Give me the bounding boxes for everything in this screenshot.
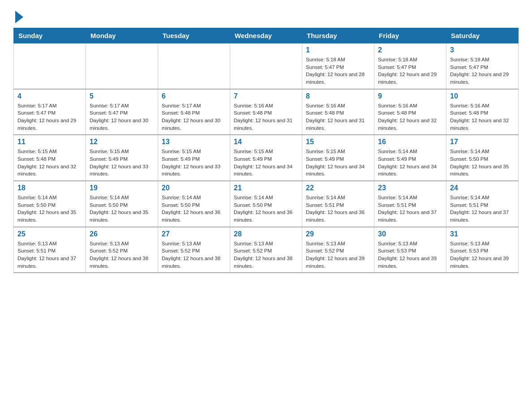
day-number: 25 <box>17 230 82 238</box>
calendar-cell: 3Sunrise: 5:18 AM Sunset: 5:47 PM Daylig… <box>446 43 519 89</box>
page-header <box>13 9 519 23</box>
day-number: 21 <box>234 184 298 192</box>
header-thursday: Thursday <box>302 28 374 43</box>
calendar-cell: 19Sunrise: 5:14 AM Sunset: 5:50 PM Dayli… <box>86 181 158 227</box>
day-number: 12 <box>90 138 154 146</box>
day-info: Sunrise: 5:16 AM Sunset: 5:48 PM Dayligh… <box>450 102 515 132</box>
day-info: Sunrise: 5:18 AM Sunset: 5:47 PM Dayligh… <box>306 56 370 86</box>
header-monday: Monday <box>86 28 158 43</box>
calendar-cell: 26Sunrise: 5:13 AM Sunset: 5:52 PM Dayli… <box>86 227 158 273</box>
calendar-cell: 9Sunrise: 5:16 AM Sunset: 5:48 PM Daylig… <box>374 89 446 135</box>
day-info: Sunrise: 5:14 AM Sunset: 5:50 PM Dayligh… <box>90 194 154 224</box>
calendar-cell: 18Sunrise: 5:14 AM Sunset: 5:50 PM Dayli… <box>14 181 86 227</box>
calendar-cell: 29Sunrise: 5:13 AM Sunset: 5:52 PM Dayli… <box>302 227 374 273</box>
day-info: Sunrise: 5:17 AM Sunset: 5:47 PM Dayligh… <box>90 102 154 132</box>
day-info: Sunrise: 5:13 AM Sunset: 5:51 PM Dayligh… <box>17 240 82 270</box>
calendar-cell: 31Sunrise: 5:13 AM Sunset: 5:53 PM Dayli… <box>446 227 519 273</box>
day-info: Sunrise: 5:14 AM Sunset: 5:51 PM Dayligh… <box>306 194 370 224</box>
calendar-cell: 15Sunrise: 5:15 AM Sunset: 5:49 PM Dayli… <box>302 135 374 181</box>
calendar-cell: 1Sunrise: 5:18 AM Sunset: 5:47 PM Daylig… <box>302 43 374 89</box>
calendar-cell: 20Sunrise: 5:14 AM Sunset: 5:50 PM Dayli… <box>158 181 230 227</box>
calendar-week-row: 11Sunrise: 5:15 AM Sunset: 5:48 PM Dayli… <box>14 135 519 181</box>
day-info: Sunrise: 5:14 AM Sunset: 5:51 PM Dayligh… <box>450 194 515 224</box>
day-number: 20 <box>162 184 226 192</box>
day-info: Sunrise: 5:15 AM Sunset: 5:49 PM Dayligh… <box>234 148 298 178</box>
day-info: Sunrise: 5:13 AM Sunset: 5:52 PM Dayligh… <box>306 240 370 270</box>
day-number: 3 <box>450 46 515 54</box>
day-number: 14 <box>234 138 298 146</box>
calendar-cell: 30Sunrise: 5:13 AM Sunset: 5:53 PM Dayli… <box>374 227 446 273</box>
day-number: 11 <box>17 138 82 146</box>
day-number: 4 <box>17 92 82 100</box>
calendar-cell: 8Sunrise: 5:16 AM Sunset: 5:48 PM Daylig… <box>302 89 374 135</box>
day-number: 27 <box>162 230 226 238</box>
day-info: Sunrise: 5:17 AM Sunset: 5:47 PM Dayligh… <box>17 102 82 132</box>
calendar-cell: 11Sunrise: 5:15 AM Sunset: 5:48 PM Dayli… <box>14 135 86 181</box>
day-info: Sunrise: 5:14 AM Sunset: 5:49 PM Dayligh… <box>378 148 442 178</box>
calendar-table: SundayMondayTuesdayWednesdayThursdayFrid… <box>13 28 519 273</box>
day-info: Sunrise: 5:13 AM Sunset: 5:52 PM Dayligh… <box>90 240 154 270</box>
calendar-week-row: 4Sunrise: 5:17 AM Sunset: 5:47 PM Daylig… <box>14 89 519 135</box>
day-info: Sunrise: 5:15 AM Sunset: 5:49 PM Dayligh… <box>90 148 154 178</box>
calendar-cell <box>158 43 230 89</box>
calendar-cell: 7Sunrise: 5:16 AM Sunset: 5:48 PM Daylig… <box>230 89 302 135</box>
day-number: 1 <box>306 46 370 54</box>
day-info: Sunrise: 5:15 AM Sunset: 5:49 PM Dayligh… <box>306 148 370 178</box>
day-number: 31 <box>450 230 515 238</box>
calendar-cell: 12Sunrise: 5:15 AM Sunset: 5:49 PM Dayli… <box>86 135 158 181</box>
header-wednesday: Wednesday <box>230 28 302 43</box>
calendar-cell <box>86 43 158 89</box>
calendar-week-row: 1Sunrise: 5:18 AM Sunset: 5:47 PM Daylig… <box>14 43 519 89</box>
day-number: 13 <box>162 138 226 146</box>
day-info: Sunrise: 5:13 AM Sunset: 5:53 PM Dayligh… <box>378 240 442 270</box>
day-number: 23 <box>378 184 442 192</box>
calendar-cell: 14Sunrise: 5:15 AM Sunset: 5:49 PM Dayli… <box>230 135 302 181</box>
day-info: Sunrise: 5:16 AM Sunset: 5:48 PM Dayligh… <box>306 102 370 132</box>
day-number: 29 <box>306 230 370 238</box>
calendar-header-row: SundayMondayTuesdayWednesdayThursdayFrid… <box>14 28 519 43</box>
calendar-cell <box>14 43 86 89</box>
day-number: 28 <box>234 230 298 238</box>
calendar-cell: 4Sunrise: 5:17 AM Sunset: 5:47 PM Daylig… <box>14 89 86 135</box>
day-info: Sunrise: 5:15 AM Sunset: 5:48 PM Dayligh… <box>17 148 82 178</box>
day-number: 19 <box>90 184 154 192</box>
calendar-cell: 17Sunrise: 5:14 AM Sunset: 5:50 PM Dayli… <box>446 135 519 181</box>
calendar-cell: 27Sunrise: 5:13 AM Sunset: 5:52 PM Dayli… <box>158 227 230 273</box>
day-info: Sunrise: 5:17 AM Sunset: 5:48 PM Dayligh… <box>162 102 226 132</box>
header-sunday: Sunday <box>14 28 86 43</box>
calendar-cell: 24Sunrise: 5:14 AM Sunset: 5:51 PM Dayli… <box>446 181 519 227</box>
day-number: 2 <box>378 46 442 54</box>
calendar-cell: 25Sunrise: 5:13 AM Sunset: 5:51 PM Dayli… <box>14 227 86 273</box>
day-info: Sunrise: 5:14 AM Sunset: 5:51 PM Dayligh… <box>378 194 442 224</box>
day-info: Sunrise: 5:16 AM Sunset: 5:48 PM Dayligh… <box>378 102 442 132</box>
calendar-cell: 22Sunrise: 5:14 AM Sunset: 5:51 PM Dayli… <box>302 181 374 227</box>
day-number: 22 <box>306 184 370 192</box>
day-info: Sunrise: 5:18 AM Sunset: 5:47 PM Dayligh… <box>378 56 442 86</box>
day-number: 10 <box>450 92 515 100</box>
calendar-cell: 5Sunrise: 5:17 AM Sunset: 5:47 PM Daylig… <box>86 89 158 135</box>
day-number: 26 <box>90 230 154 238</box>
calendar-cell: 28Sunrise: 5:13 AM Sunset: 5:52 PM Dayli… <box>230 227 302 273</box>
day-info: Sunrise: 5:14 AM Sunset: 5:50 PM Dayligh… <box>450 148 515 178</box>
day-number: 16 <box>378 138 442 146</box>
day-number: 17 <box>450 138 515 146</box>
day-number: 7 <box>234 92 298 100</box>
calendar-cell: 21Sunrise: 5:14 AM Sunset: 5:50 PM Dayli… <box>230 181 302 227</box>
day-info: Sunrise: 5:14 AM Sunset: 5:50 PM Dayligh… <box>17 194 82 224</box>
day-info: Sunrise: 5:13 AM Sunset: 5:52 PM Dayligh… <box>162 240 226 270</box>
day-number: 15 <box>306 138 370 146</box>
day-info: Sunrise: 5:14 AM Sunset: 5:50 PM Dayligh… <box>234 194 298 224</box>
day-number: 9 <box>378 92 442 100</box>
header-saturday: Saturday <box>446 28 519 43</box>
day-info: Sunrise: 5:13 AM Sunset: 5:53 PM Dayligh… <box>450 240 515 270</box>
day-number: 18 <box>17 184 82 192</box>
logo-arrow-icon <box>15 11 23 23</box>
header-friday: Friday <box>374 28 446 43</box>
day-number: 8 <box>306 92 370 100</box>
calendar-cell <box>230 43 302 89</box>
logo <box>13 9 23 23</box>
calendar-week-row: 18Sunrise: 5:14 AM Sunset: 5:50 PM Dayli… <box>14 181 519 227</box>
day-info: Sunrise: 5:14 AM Sunset: 5:50 PM Dayligh… <box>162 194 226 224</box>
calendar-cell: 13Sunrise: 5:15 AM Sunset: 5:49 PM Dayli… <box>158 135 230 181</box>
day-number: 5 <box>90 92 154 100</box>
